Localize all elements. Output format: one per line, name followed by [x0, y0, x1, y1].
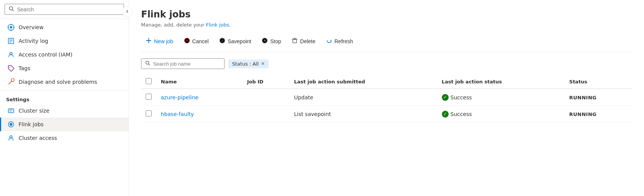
svg-line-1	[13, 10, 14, 11]
person-icon	[7, 51, 15, 58]
sidebar-item-tags[interactable]: Tags	[0, 61, 129, 75]
svg-point-18	[10, 123, 13, 126]
sidebar-collapse-button[interactable]	[122, 6, 133, 17]
row2-name: hbase-faulty	[156, 106, 242, 122]
row2-checkbox[interactable]	[146, 110, 152, 116]
row1-name: azure-pipeline	[156, 89, 242, 106]
svg-rect-28	[293, 39, 297, 43]
row2-last-action-status: ✓ Success	[437, 106, 565, 122]
svg-point-3	[10, 26, 12, 28]
col-name: Name	[156, 75, 242, 89]
col-status: Status	[565, 75, 632, 89]
person2-icon	[7, 134, 15, 142]
job-search-input[interactable]	[153, 61, 220, 67]
new-job-label: New job	[154, 38, 173, 44]
activity-icon	[7, 37, 15, 45]
status-filter-close[interactable]: ✕	[261, 61, 265, 66]
sidebar-item-diagnose-label: Diagnose and solve problems	[19, 79, 97, 85]
row1-running-badge: RUNNING	[569, 95, 597, 100]
select-all-header[interactable]	[141, 75, 156, 89]
jobs-table: Name Job ID Last job action submitted La…	[141, 75, 632, 122]
job-search-wrapper[interactable]	[141, 58, 225, 69]
toolbar: New job Cancel Savepoint Stop Delete	[141, 35, 632, 52]
table-row: hbase-faulty List savepoint ✓ Success RU…	[141, 106, 632, 122]
svg-point-12	[10, 52, 12, 55]
sidebar-item-overview[interactable]: Overview	[0, 20, 129, 34]
sidebar-item-flink-jobs-label: Flink jobs	[19, 121, 44, 127]
wrench-icon	[7, 78, 15, 86]
search-icon	[9, 6, 14, 13]
flink-icon	[7, 121, 15, 128]
nav-divider	[0, 90, 129, 91]
status-filter-label: Status : All	[232, 61, 259, 67]
table-row: azure-pipeline Update ✓ Success RUNNING	[141, 89, 632, 106]
grid-icon	[7, 24, 15, 31]
success-icon-row1: ✓	[442, 94, 449, 101]
subtitle-prefix: Manage, add, delete your	[141, 22, 206, 28]
sidebar-item-access-control[interactable]: Access control (IAM)	[0, 48, 129, 61]
delete-label: Delete	[300, 38, 315, 44]
row1-last-action-submitted: Update	[289, 89, 437, 106]
sidebar-item-cluster-size[interactable]: Cluster size	[0, 104, 129, 118]
row2-job-link[interactable]: hbase-faulty	[161, 111, 194, 117]
row1-job-id	[242, 89, 289, 106]
savepoint-icon	[219, 38, 225, 45]
cancel-icon	[184, 38, 190, 45]
svg-rect-27	[264, 40, 266, 42]
savepoint-button[interactable]: Savepoint	[215, 35, 256, 47]
col-last-action-submitted: Last job action submitted	[289, 75, 437, 89]
sidebar-item-tags-label: Tags	[19, 65, 30, 71]
table-header-row: Name Job ID Last job action submitted La…	[141, 75, 632, 89]
subtitle-link[interactable]: Flink jobs	[206, 22, 229, 28]
sidebar-item-cluster-access-label: Cluster access	[19, 135, 57, 141]
savepoint-label: Savepoint	[228, 38, 251, 44]
stop-button[interactable]: Stop	[257, 35, 286, 47]
sidebar-item-diagnose[interactable]: Diagnose and solve problems	[0, 75, 129, 89]
sidebar-item-cluster-size-label: Cluster size	[19, 108, 49, 114]
sidebar-item-activity-log[interactable]: Activity log	[0, 34, 129, 48]
refresh-button[interactable]: Refresh	[322, 35, 358, 47]
sidebar: Overview Activity log Access	[0, 0, 129, 196]
main-content: Flink jobs Manage, add, delete your Flin…	[129, 0, 644, 196]
tag-icon	[7, 64, 15, 72]
subtitle-suffix: .	[229, 22, 231, 28]
row2-status-text: Success	[451, 111, 472, 117]
page-title: Flink jobs	[141, 9, 632, 20]
sidebar-search-box[interactable]	[5, 4, 124, 15]
svg-rect-14	[8, 109, 14, 113]
page-subtitle: Manage, add, delete your Flink jobs.	[141, 22, 632, 28]
row1-status-text: Success	[451, 94, 472, 100]
sidebar-nav: Overview Activity log Access	[0, 19, 129, 196]
stop-icon	[262, 38, 268, 45]
new-job-button[interactable]: New job	[141, 35, 178, 47]
sidebar-item-cluster-access[interactable]: Cluster access	[0, 131, 129, 145]
row2-job-id	[242, 106, 289, 122]
status-filter-badge[interactable]: Status : All ✕	[228, 60, 269, 68]
row2-checkbox-cell[interactable]	[141, 106, 156, 122]
row1-checkbox-cell[interactable]	[141, 89, 156, 106]
row1-checkbox[interactable]	[146, 94, 152, 100]
resize-icon	[7, 107, 15, 114]
row1-last-action-status: ✓ Success	[437, 89, 565, 106]
row2-last-action-submitted: List savepoint	[289, 106, 437, 122]
refresh-label: Refresh	[335, 38, 353, 44]
success-icon-row2: ✓	[442, 111, 449, 118]
delete-button[interactable]: Delete	[287, 35, 320, 47]
sidebar-item-flink-jobs[interactable]: Flink jobs	[0, 118, 129, 131]
settings-section-label: Settings	[0, 92, 129, 104]
sidebar-search-container	[0, 0, 129, 19]
jobs-table-body: azure-pipeline Update ✓ Success RUNNING …	[141, 89, 632, 122]
select-all-checkbox[interactable]	[146, 78, 152, 84]
sidebar-item-access-control-label: Access control (IAM)	[19, 52, 72, 58]
refresh-icon	[326, 38, 332, 45]
col-last-action-status: Last job action status	[437, 75, 565, 89]
job-search-icon	[145, 61, 150, 67]
svg-point-19	[10, 136, 12, 138]
cancel-button[interactable]: Cancel	[179, 35, 214, 47]
row1-job-link[interactable]: azure-pipeline	[161, 94, 198, 100]
svg-line-31	[149, 64, 150, 66]
row2-status: RUNNING	[565, 106, 632, 122]
plus-icon	[146, 38, 152, 45]
sidebar-search-input[interactable]	[17, 6, 120, 13]
delete-icon	[292, 38, 298, 45]
